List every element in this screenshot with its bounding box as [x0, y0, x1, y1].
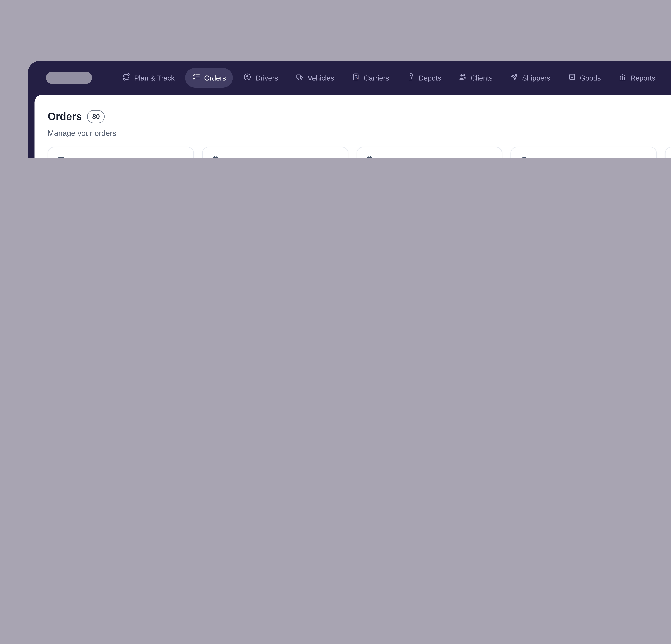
nav-items: Plan & Track Orders Drivers Vehicles $ C… [115, 68, 671, 88]
users-icon [459, 73, 467, 83]
svg-text:$: $ [356, 77, 358, 80]
package-check-icon [520, 155, 529, 158]
content-card: Orders 80 Manage your orders Import Add … [35, 95, 671, 158]
nav-item-vehicles[interactable]: Vehicles [288, 68, 341, 88]
nav-item-shippers[interactable]: Shippers [503, 68, 557, 88]
truck-icon [295, 73, 304, 83]
page-title: Orders 80 [48, 110, 116, 123]
nav-item-reports[interactable]: Reports [611, 68, 662, 88]
stat-card-in-progress: In Progress 12 [202, 147, 348, 158]
nav-item-clients[interactable]: Clients [452, 68, 499, 88]
user-circle-icon [243, 73, 252, 83]
nav-item-orders[interactable]: Orders [185, 68, 233, 88]
page: Plan & Track Orders Drivers Vehicles $ C… [0, 0, 671, 158]
stat-card-delivered: Delivered 24 [511, 147, 657, 158]
calculator-icon: $ [352, 73, 360, 83]
list-checks-icon [192, 73, 200, 83]
nav-item-drivers[interactable]: Drivers [236, 68, 285, 88]
chart-icon [618, 73, 626, 83]
stat-card-unscheduled: Unscheduled 12 [356, 147, 503, 158]
logo [46, 72, 92, 84]
box-icon [568, 73, 576, 83]
calendar-x-icon [366, 155, 375, 158]
stat-cards: Scheduled 80 In Progress 12 [48, 147, 671, 158]
nav-item-carriers[interactable]: $ Carriers [344, 68, 396, 88]
top-nav: Plan & Track Orders Drivers Vehicles $ C… [28, 61, 671, 95]
calendar-sync-icon [211, 155, 220, 158]
page-subtitle: Manage your orders [48, 129, 116, 137]
map-pin-icon [407, 73, 415, 83]
app-window: Plan & Track Orders Drivers Vehicles $ C… [28, 61, 671, 158]
stat-card-scheduled: Scheduled 80 [48, 147, 194, 158]
orders-count-badge: 80 [87, 110, 105, 123]
route-icon [122, 73, 130, 83]
send-icon [510, 73, 518, 83]
nav-item-plan-track[interactable]: Plan & Track [115, 68, 182, 88]
nav-item-goods[interactable]: Goods [561, 68, 608, 88]
calendar-icon [57, 155, 66, 158]
stat-card-rejected: Rejected Delivery 8 [665, 147, 671, 158]
nav-item-depots[interactable]: Depots [400, 68, 448, 88]
